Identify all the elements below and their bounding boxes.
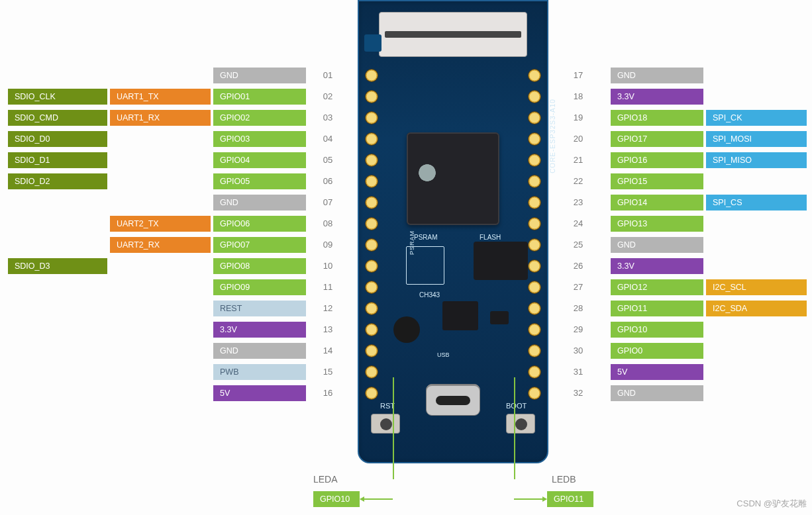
right-pin-num-18: 18 bbox=[568, 89, 588, 105]
pinhole-left-16 bbox=[366, 387, 378, 399]
left-pin-num-15: 15 bbox=[318, 364, 338, 380]
left-pin-num-03: 03 bbox=[318, 110, 338, 126]
pinhole-left-13 bbox=[366, 324, 378, 336]
left-pin-12-main: REST bbox=[213, 301, 306, 316]
left-pin-num-13: 13 bbox=[318, 322, 338, 338]
pinhole-right-32 bbox=[529, 387, 540, 399]
left-pin-num-02: 02 bbox=[318, 89, 338, 105]
psram-title: PSRAM bbox=[414, 234, 438, 241]
pinhole-right-27 bbox=[529, 281, 540, 293]
pinhole-left-01 bbox=[366, 70, 378, 81]
right-pin-num-17: 17 bbox=[568, 68, 588, 83]
right-pin-24-main: GPIO13 bbox=[611, 216, 703, 232]
ledb-label: LEDB bbox=[552, 474, 576, 485]
reg-chip bbox=[490, 311, 509, 324]
left-pin-03-func1: SDIO_CMD bbox=[8, 110, 107, 126]
ch343-chip bbox=[442, 301, 478, 330]
right-pin-32-main: GND bbox=[611, 385, 703, 401]
left-pin-03-main: GPIO02 bbox=[213, 110, 306, 126]
right-pin-23-main: GPIO14 bbox=[611, 195, 703, 211]
right-pin-17-main: GND bbox=[611, 68, 703, 83]
ledb-gpio: GPIO11 bbox=[547, 491, 593, 507]
right-pin-27-main: GPIO12 bbox=[611, 279, 703, 295]
left-pin-09-main: GPIO07 bbox=[213, 237, 306, 253]
right-pin-21-func: SPI_MISO bbox=[706, 152, 807, 168]
right-pin-num-19: 19 bbox=[568, 110, 588, 126]
pinhole-left-14 bbox=[366, 345, 378, 357]
left-pin-07-main: GND bbox=[213, 195, 306, 211]
usb-tiny-label: USB bbox=[437, 351, 450, 358]
left-pin-02-func2: UART1_TX bbox=[110, 89, 211, 105]
left-pin-15-main: PWB bbox=[213, 364, 306, 380]
pinhole-right-22 bbox=[529, 175, 540, 187]
right-pin-19-main: GPIO18 bbox=[611, 110, 703, 126]
leda-gpio: GPIO10 bbox=[313, 491, 360, 507]
left-pin-01-main: GND bbox=[213, 68, 306, 83]
boot-button bbox=[506, 414, 535, 434]
espressif-logo-icon bbox=[419, 164, 436, 181]
right-pin-num-28: 28 bbox=[568, 301, 588, 316]
right-pin-num-27: 27 bbox=[568, 279, 588, 295]
pinhole-left-03 bbox=[366, 112, 378, 124]
right-pin-27-func: I2C_SCL bbox=[706, 279, 807, 295]
left-pin-10-main: GPIO08 bbox=[213, 258, 306, 274]
right-pin-num-31: 31 bbox=[568, 364, 588, 380]
board-model-label: CORE-ESP32S3-A10 bbox=[549, 99, 556, 173]
left-pin-13-main: 3.3V bbox=[213, 322, 306, 338]
right-pin-19-func: SPI_CK bbox=[706, 110, 807, 126]
left-pin-05-main: GPIO04 bbox=[213, 152, 306, 168]
reset-button bbox=[371, 414, 400, 434]
pinhole-right-29 bbox=[529, 324, 540, 336]
pinhole-left-11 bbox=[366, 281, 378, 293]
right-pin-num-21: 21 bbox=[568, 152, 588, 168]
left-pin-06-func1: SDIO_D2 bbox=[8, 173, 107, 189]
left-pin-04-func1: SDIO_D0 bbox=[8, 131, 107, 147]
left-pin-02-main: GPIO01 bbox=[213, 89, 306, 105]
pinhole-right-28 bbox=[529, 303, 540, 314]
pinhole-right-30 bbox=[529, 345, 540, 357]
ch343-label: CH343 bbox=[419, 291, 440, 299]
leda-label: LEDA bbox=[313, 474, 338, 485]
right-pin-29-main: GPIO10 bbox=[611, 322, 703, 338]
left-pin-num-01: 01 bbox=[318, 68, 338, 83]
leda-arrow bbox=[360, 498, 393, 500]
right-pin-num-22: 22 bbox=[568, 173, 588, 189]
pinhole-right-20 bbox=[529, 133, 540, 145]
left-pin-num-10: 10 bbox=[318, 258, 338, 274]
right-pin-22-main: GPIO15 bbox=[611, 173, 703, 189]
right-pin-num-32: 32 bbox=[568, 385, 588, 401]
left-pin-num-06: 06 bbox=[318, 173, 338, 189]
pinhole-right-24 bbox=[529, 218, 540, 230]
right-pin-28-main: GPIO11 bbox=[611, 301, 703, 316]
pinhole-left-09 bbox=[366, 239, 378, 251]
right-pin-20-func: SPI_MOSI bbox=[706, 131, 807, 147]
left-pin-10-func1: SDIO_D3 bbox=[8, 258, 107, 274]
left-pin-num-05: 05 bbox=[318, 152, 338, 168]
right-pin-num-23: 23 bbox=[568, 195, 588, 211]
pinhole-left-02 bbox=[366, 91, 378, 103]
pinhole-left-12 bbox=[366, 303, 378, 314]
usb-c-port bbox=[426, 384, 480, 416]
right-pin-26-main: 3.3V bbox=[611, 258, 703, 274]
right-pin-21-main: GPIO16 bbox=[611, 152, 703, 168]
pinhole-right-17 bbox=[529, 70, 540, 81]
right-pin-30-main: GPIO0 bbox=[611, 343, 703, 359]
right-pin-num-25: 25 bbox=[568, 237, 588, 253]
pinhole-right-18 bbox=[529, 91, 540, 103]
left-pin-02-func1: SDIO_CLK bbox=[8, 89, 107, 105]
pinhole-right-26 bbox=[529, 260, 540, 272]
right-pin-28-func: I2C_SDA bbox=[706, 301, 807, 316]
right-pin-31-main: 5V bbox=[611, 364, 703, 380]
boot-label: BOOT bbox=[506, 402, 527, 410]
left-pin-05-func1: SDIO_D1 bbox=[8, 152, 107, 168]
leda-connector-line bbox=[393, 377, 394, 479]
left-pin-num-04: 04 bbox=[318, 131, 338, 147]
right-pin-num-30: 30 bbox=[568, 343, 588, 359]
flash-title: FLASH bbox=[480, 234, 501, 241]
left-pin-14-main: GND bbox=[213, 343, 306, 359]
left-pin-num-16: 16 bbox=[318, 385, 338, 401]
right-pin-num-29: 29 bbox=[568, 322, 588, 338]
left-pin-num-07: 07 bbox=[318, 195, 338, 211]
right-pin-20-main: GPIO17 bbox=[611, 131, 703, 147]
oscillator bbox=[393, 316, 420, 343]
